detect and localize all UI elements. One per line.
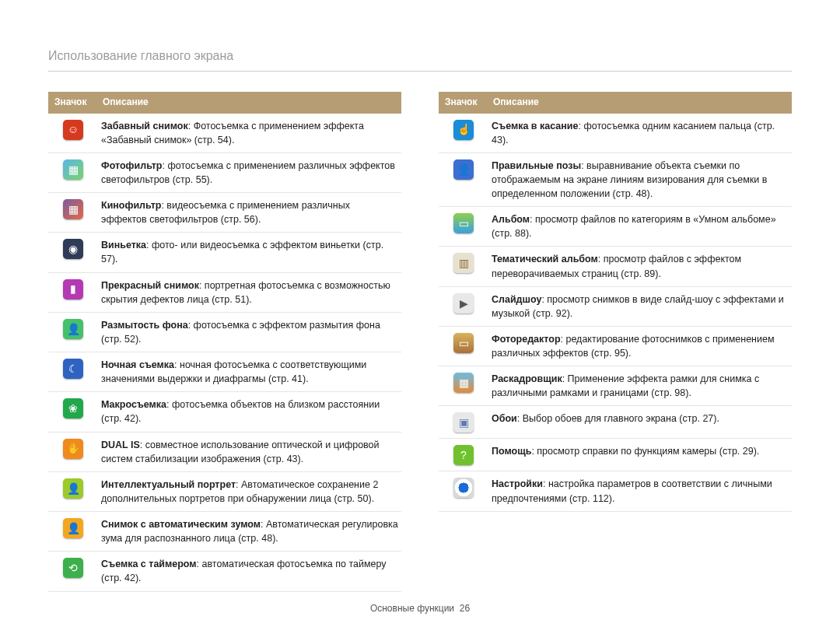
table-row: ?Помощь: просмотр справки по функциям ка…	[439, 439, 792, 471]
description-cell: Раскадровщик: Применение эффекта рамки д…	[487, 366, 792, 406]
timer-shot-icon: ⟲	[63, 558, 83, 578]
description-title: Альбом	[492, 214, 530, 225]
description-title: Съемка с таймером	[101, 559, 197, 569]
macro-icon: ❀	[63, 398, 83, 419]
description-body: : Выбор обоев для главного экрана (стр. …	[517, 413, 719, 424]
table-row: ▣Обои: Выбор обоев для главного экрана (…	[439, 406, 792, 439]
description-title: Макросъемка	[101, 399, 166, 410]
storyboard-icon: ▦	[453, 373, 474, 393]
wallpaper-icon: ▣	[453, 412, 474, 433]
table-row: ✋DUAL IS: совместное использование оптич…	[48, 432, 401, 471]
table-row: Настройки: настройка параметров в соотве…	[439, 471, 792, 511]
description-cell: DUAL IS: совместное использование оптиче…	[96, 432, 401, 471]
description-cell: Виньетка: фото- или видеосъемка с эффект…	[96, 233, 401, 272]
icon-cell: ☝	[439, 114, 487, 153]
icon-cell: ▭	[439, 326, 487, 366]
icon-cell: ❀	[48, 392, 96, 432]
table-row: ▮Прекрасный снимок: портретная фотосъемк…	[48, 272, 401, 312]
table-row: ▭Фоторедактор: редактирование фотоснимко…	[439, 326, 792, 366]
description-body: : совместное использование оптической и …	[101, 440, 380, 464]
description-cell: Интеллектуальный портрет: Автоматическое…	[96, 471, 401, 511]
icon-cell: 👤	[439, 152, 487, 206]
icon-cell: ◉	[48, 233, 96, 272]
description-title: Размытость фона	[101, 320, 188, 331]
table-row: ❀Макросъемка: фотосъемка объектов на бли…	[48, 392, 401, 432]
theme-album-icon: ▥	[453, 253, 474, 273]
table-row: ☾Ночная съемка: ночная фотосъемка с соот…	[48, 352, 401, 392]
icon-cell: ▮	[48, 272, 96, 312]
description-cell: Помощь: просмотр справки по функциям кам…	[487, 439, 792, 471]
th-icon: Значок	[48, 92, 96, 113]
icon-cell: ☺	[48, 114, 96, 153]
table-row: ▦Раскадровщик: Применение эффекта рамки …	[439, 366, 792, 406]
description-cell: Съемка с таймером: автоматическая фотосъ…	[96, 552, 401, 591]
table-row: ▶Слайдшоу: просмотр снимков в виде слайд…	[439, 286, 792, 326]
description-title: DUAL IS	[101, 440, 140, 450]
auto-zoom-icon: 👤	[63, 518, 83, 538]
table-row: ▥Тематический альбом: просмотр файлов с …	[439, 247, 792, 286]
icon-cell: ▥	[439, 247, 487, 286]
icon-cell: ▦	[439, 366, 487, 406]
description-cell: Прекрасный снимок: портретная фотосъемка…	[96, 272, 401, 312]
movie-filter-icon: ▦	[63, 199, 83, 219]
description-cell: Правильные позы: выравнивание объекта съ…	[487, 152, 792, 206]
description-cell: Снимок с автоматическим зумом: Автоматич…	[96, 512, 401, 552]
table-row: ▦Фотофильтр: фотосъемка с применением ра…	[48, 152, 401, 192]
description-title: Снимок с автоматическим зумом	[101, 519, 261, 530]
description-cell: Ночная съемка: ночная фотосъемка с соотв…	[96, 352, 401, 392]
icon-cell: ☾	[48, 352, 96, 392]
icon-cell: ⟲	[48, 552, 96, 591]
description-title: Съемка в касание	[492, 121, 578, 131]
smart-portrait-icon: 👤	[63, 478, 83, 499]
description-cell: Макросъемка: фотосъемка объектов на близ…	[96, 392, 401, 432]
table-row: ☺Забавный снимок: Фотосъемка с применени…	[48, 114, 401, 153]
description-title: Виньетка	[101, 240, 146, 250]
icon-cell: ▣	[439, 406, 487, 439]
description-title: Интеллектуальный портрет	[101, 479, 236, 490]
content-columns: Значок Описание ☺Забавный снимок: Фотосъ…	[48, 92, 792, 591]
description-cell: Настройки: настройка параметров в соотве…	[487, 471, 792, 511]
description-body: : просмотр справки по функциям камеры (с…	[531, 446, 759, 457]
description-title: Прекрасный снимок	[101, 280, 199, 291]
settings-icon	[453, 478, 474, 498]
night-mode-icon: ☾	[63, 359, 83, 379]
description-title: Фоторедактор	[492, 334, 561, 345]
description-cell: Фоторедактор: редактирование фотоснимков…	[487, 326, 792, 366]
description-title: Раскадровщик	[492, 373, 562, 384]
description-cell: Кинофильтр: видеосъемка с применением ра…	[96, 193, 401, 233]
table-row: 👤Снимок с автоматическим зумом: Автомати…	[48, 512, 401, 552]
table-row: 👤Интеллектуальный портрет: Автоматическо…	[48, 471, 401, 511]
description-title: Слайдшоу	[492, 294, 541, 305]
vignette-icon: ◉	[63, 239, 83, 259]
icon-cell	[439, 471, 487, 511]
slideshow-icon: ▶	[453, 293, 474, 313]
description-title: Кинофильтр	[101, 200, 161, 211]
blur-background-icon: 👤	[63, 319, 83, 339]
description-cell: Забавный снимок: Фотосъемка с применение…	[96, 114, 401, 153]
icon-cell: 👤	[48, 471, 96, 511]
description-title: Забавный снимок	[101, 121, 188, 131]
icon-cell: ▦	[48, 193, 96, 233]
column-left: Значок Описание ☺Забавный снимок: Фотосъ…	[48, 92, 401, 591]
description-cell: Обои: Выбор обоев для главного экрана (с…	[487, 406, 792, 439]
th-desc: Описание	[96, 92, 401, 113]
dual-is-icon: ✋	[63, 439, 83, 459]
table-row: 👤Размытость фона: фотосъемка с эффектом …	[48, 312, 401, 352]
table-row: 👤Правильные позы: выравнивание объекта с…	[439, 152, 792, 206]
column-right: Значок Описание ☝Съемка в касание: фотос…	[439, 92, 792, 591]
table-left: Значок Описание ☺Забавный снимок: Фотосъ…	[48, 92, 401, 591]
description-title: Правильные позы	[492, 160, 581, 171]
funny-shot-icon: ☺	[63, 120, 83, 140]
photo-editor-icon: ▭	[453, 333, 474, 353]
table-row: ▦Кинофильтр: видеосъемка с применением р…	[48, 193, 401, 233]
icon-cell: 👤	[48, 312, 96, 352]
help-icon: ?	[453, 445, 474, 465]
description-title: Помощь	[492, 446, 531, 457]
footer-page: 26	[460, 603, 470, 614]
th-icon: Значок	[439, 92, 487, 113]
icon-cell: ▶	[439, 286, 487, 326]
table-row: ◉Виньетка: фото- или видеосъемка с эффек…	[48, 233, 401, 272]
table-right: Значок Описание ☝Съемка в касание: фотос…	[439, 92, 792, 512]
th-desc: Описание	[487, 92, 792, 113]
page-title: Использование главного экрана	[48, 47, 792, 72]
